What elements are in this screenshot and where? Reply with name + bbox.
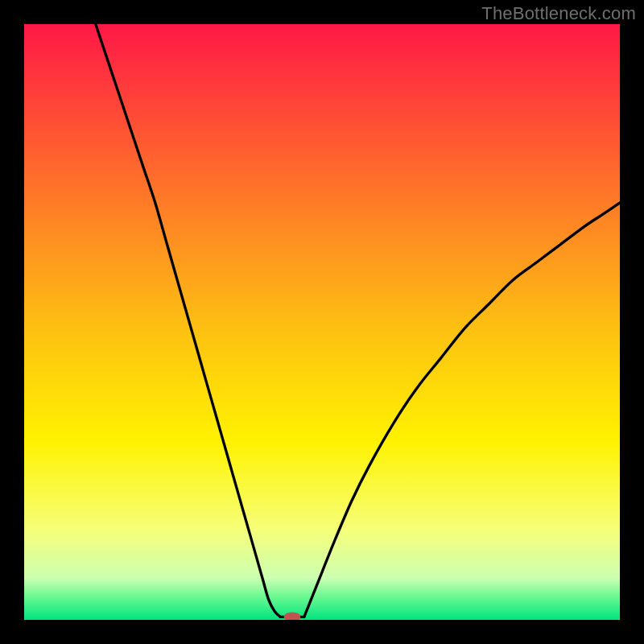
watermark-text: TheBottleneck.com — [481, 3, 636, 24]
plot-background — [24, 24, 620, 620]
chart-frame: TheBottleneck.com — [0, 0, 644, 644]
bottleneck-plot — [24, 24, 620, 620]
